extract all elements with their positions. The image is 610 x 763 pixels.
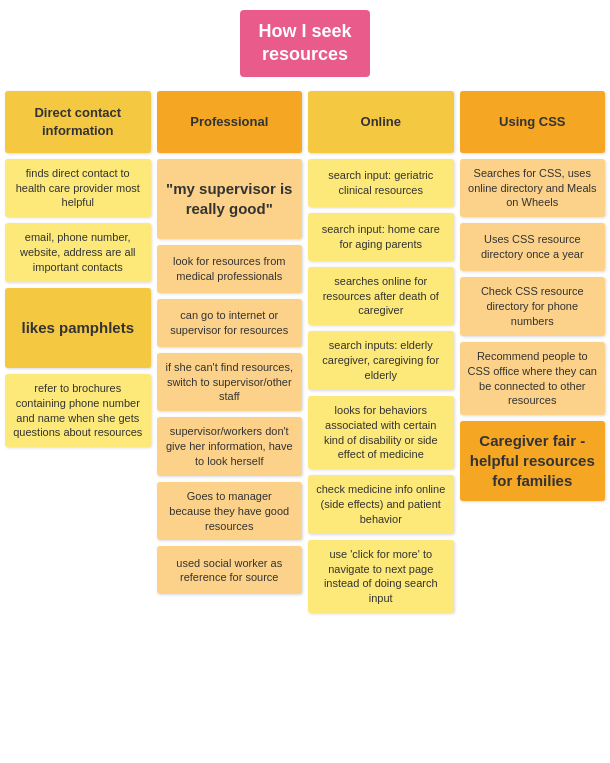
- column-using-css: Using CSSSearches for CSS, uses online d…: [460, 91, 606, 501]
- note-direct-contact-2: likes pamphlets: [5, 288, 151, 368]
- note-online-3: search inputs: elderly caregiver, caregi…: [308, 331, 454, 390]
- note-direct-contact-1: email, phone number, website, address ar…: [5, 223, 151, 282]
- column-header-direct-contact: Direct contact information: [5, 91, 151, 153]
- title-box: How I seek resources: [240, 10, 370, 77]
- note-online-6: use 'click for more' to navigate to next…: [308, 540, 454, 613]
- note-professional-5: Goes to manager because they have good r…: [157, 482, 303, 541]
- title-line1: How I seek: [258, 21, 351, 41]
- note-using-css-3: Recommend people to CSS office where the…: [460, 342, 606, 415]
- note-direct-contact-0: finds direct contact to health care prov…: [5, 159, 151, 218]
- title-line2: resources: [262, 44, 348, 64]
- column-header-using-css: Using CSS: [460, 91, 606, 153]
- column-header-online: Online: [308, 91, 454, 153]
- note-using-css-0: Searches for CSS, uses online directory …: [460, 159, 606, 218]
- note-online-0: search input: geriatric clinical resourc…: [308, 159, 454, 207]
- note-online-1: search input: home care for aging parent…: [308, 213, 454, 261]
- note-direct-contact-3: refer to brochures containing phone numb…: [5, 374, 151, 447]
- column-header-professional: Professional: [157, 91, 303, 153]
- column-direct-contact: Direct contact informationfinds direct c…: [5, 91, 151, 447]
- note-using-css-4: Caregiver fair - helpful resources for f…: [460, 421, 606, 501]
- note-using-css-1: Uses CSS resource directory once a year: [460, 223, 606, 271]
- note-professional-6: used social worker as reference for sour…: [157, 546, 303, 594]
- column-professional: Professional"my supervisor is really goo…: [157, 91, 303, 595]
- page-wrapper: How I seek resources Direct contact info…: [0, 0, 610, 623]
- note-online-2: searches online for resources after deat…: [308, 267, 454, 326]
- note-professional-4: supervisor/workers don't give her inform…: [157, 417, 303, 476]
- note-online-4: looks for behaviors associated with cert…: [308, 396, 454, 469]
- note-online-5: check medicine info online (side effects…: [308, 475, 454, 534]
- note-professional-1: look for resources from medical professi…: [157, 245, 303, 293]
- column-online: Onlinesearch input: geriatric clinical r…: [308, 91, 454, 613]
- note-professional-0: "my supervisor is really good": [157, 159, 303, 239]
- note-using-css-2: Check CSS resource directory for phone n…: [460, 277, 606, 336]
- note-professional-2: can go to internet or supervisor for res…: [157, 299, 303, 347]
- columns-container: Direct contact informationfinds direct c…: [5, 91, 605, 613]
- note-professional-3: if she can't find resources, switch to s…: [157, 353, 303, 412]
- title-container: How I seek resources: [5, 10, 605, 77]
